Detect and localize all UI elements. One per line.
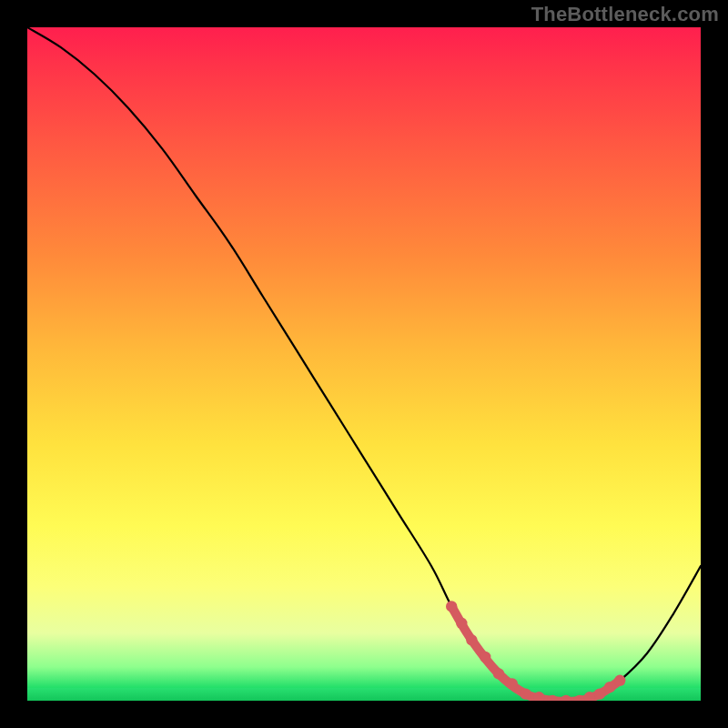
highlight-dot <box>466 634 477 645</box>
highlight-dot <box>604 682 615 693</box>
chart-container: TheBottleneck.com <box>0 0 728 728</box>
highlight-dot <box>507 678 518 689</box>
bottleneck-curve <box>27 27 701 701</box>
highlight-dot <box>520 688 531 699</box>
attribution-text: TheBottleneck.com <box>531 3 719 26</box>
highlight-dot <box>561 695 571 701</box>
highlight-dot <box>594 688 605 699</box>
highlight-dot <box>456 618 467 629</box>
highlight-dot <box>614 675 625 686</box>
chart-overlay <box>27 27 701 701</box>
plot-area <box>27 27 701 701</box>
highlight-dot <box>493 668 504 679</box>
highlight-dots <box>446 601 625 701</box>
highlight-dot <box>446 601 457 612</box>
highlight-dot <box>480 652 490 662</box>
highlight-segment <box>451 606 620 701</box>
